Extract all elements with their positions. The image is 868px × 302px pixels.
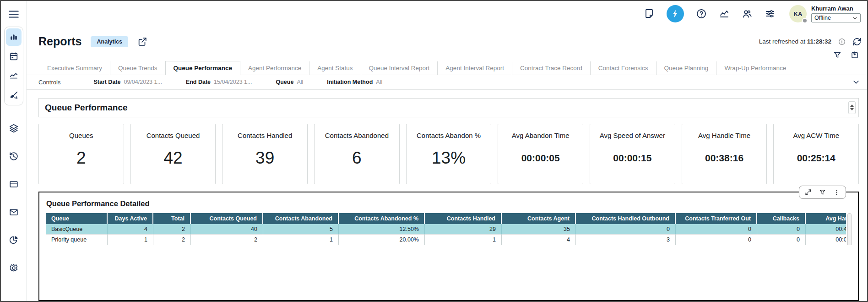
table-header-row: Queue Days Active Total Contacts Queued … bbox=[46, 213, 846, 224]
tab-queue-planning[interactable]: Queue Planning bbox=[656, 61, 716, 75]
col-contacts-handled[interactable]: Contacts Handled bbox=[425, 213, 502, 224]
tab-contact-forensics[interactable]: Contact Forensics bbox=[590, 61, 656, 75]
metric-card-avg-abandon-time: Avg Abandon Time 00:00:05 bbox=[498, 124, 583, 184]
sidebar-item-settings[interactable] bbox=[6, 263, 22, 274]
menu-icon[interactable] bbox=[8, 8, 20, 20]
control-initiation-method[interactable]: Initiation Method All bbox=[327, 79, 382, 85]
metric-card-avg-handle-time: Avg Handle Time 00:38:16 bbox=[682, 124, 767, 184]
user-meta: Khurram Awan Offline bbox=[811, 5, 861, 22]
sidebar-item-window[interactable] bbox=[6, 179, 22, 190]
tab-queue-interval-report[interactable]: Queue Interval Report bbox=[361, 61, 438, 75]
user-block: KA Khurram Awan Offline bbox=[789, 5, 861, 22]
section-title: Queue Performance bbox=[45, 103, 128, 113]
controls-collapse-chevron-icon[interactable] bbox=[852, 78, 860, 86]
tab-queue-trends[interactable]: Queue Trends bbox=[110, 61, 165, 75]
col-contacts-abandoned[interactable]: Contacts Abandoned bbox=[263, 213, 339, 224]
metric-label: Contacts Abandon % bbox=[417, 132, 481, 139]
table-scrollbar[interactable] bbox=[847, 213, 852, 245]
avatar-initials: KA bbox=[794, 11, 803, 17]
control-end-date[interactable]: End Date 15/04/2023 1... bbox=[186, 79, 252, 85]
section-spinner[interactable] bbox=[848, 101, 856, 114]
help-button[interactable] bbox=[696, 8, 707, 19]
cell: 0 bbox=[676, 224, 757, 235]
col-contacts-abandoned-pct[interactable]: Contacts Abandoned % bbox=[339, 213, 425, 224]
table-row-basicqueue[interactable]: BasicQueue 4 2 40 5 12.50% 29 35 0 0 bbox=[46, 224, 846, 235]
cell: BasicQueue bbox=[46, 224, 108, 235]
sidebar-item-metrics[interactable] bbox=[6, 67, 22, 84]
chevron-down-icon bbox=[852, 16, 857, 21]
cell: 35 bbox=[502, 224, 576, 235]
col-contacts-agent[interactable]: Contacts Agent bbox=[502, 213, 576, 224]
history-icon bbox=[9, 151, 19, 161]
metric-card-contacts-handled: Contacts Handled 39 bbox=[222, 124, 308, 184]
sidebar-item-history[interactable] bbox=[6, 151, 22, 162]
control-queue[interactable]: Queue All bbox=[276, 79, 303, 85]
preferences-button[interactable] bbox=[765, 8, 776, 19]
refresh-icon[interactable] bbox=[852, 37, 862, 46]
col-total[interactable]: Total bbox=[153, 213, 191, 224]
col-queue[interactable]: Queue bbox=[46, 213, 108, 224]
layers-icon bbox=[9, 123, 19, 133]
status-select[interactable]: Offline bbox=[811, 13, 861, 22]
mail-icon bbox=[9, 207, 19, 217]
metric-cards: Queues 2 Contacts Queued 42 Contacts Han… bbox=[38, 124, 859, 184]
tab-contract-trace-record[interactable]: Contract Trace Record bbox=[512, 61, 590, 75]
col-contacts-transferred-out[interactable]: Contacts Tranferred Out bbox=[676, 213, 757, 224]
cell: 00:01:1 bbox=[806, 235, 846, 245]
gear-icon bbox=[9, 263, 19, 273]
metric-value: 2 bbox=[76, 139, 86, 177]
cell: 0 bbox=[757, 224, 806, 235]
download-icon[interactable] bbox=[851, 51, 859, 59]
analytics-badge: Analytics bbox=[91, 36, 128, 47]
brush-icon bbox=[9, 90, 19, 100]
tab-agent-interval-report[interactable]: Agent Interval Report bbox=[437, 61, 512, 75]
avatar[interactable]: KA bbox=[789, 5, 807, 22]
sidebar-item-pie[interactable] bbox=[6, 235, 22, 246]
line-chart-icon bbox=[9, 71, 19, 81]
col-days-active[interactable]: Days Active bbox=[108, 213, 153, 224]
tab-wrap-up-performance[interactable]: Wrap-Up Performance bbox=[716, 61, 794, 75]
sidebar-item-mail[interactable] bbox=[6, 207, 22, 218]
users-icon bbox=[742, 8, 753, 19]
metric-value: 00:25:14 bbox=[797, 139, 835, 177]
tab-queue-performance[interactable]: Queue Performance bbox=[165, 61, 240, 75]
status-value: Offline bbox=[814, 15, 831, 21]
sidebar-item-calendar[interactable] bbox=[6, 48, 22, 65]
col-contacts-queued[interactable]: Contacts Queued bbox=[191, 213, 263, 224]
tab-agent-performance[interactable]: Agent Performance bbox=[240, 61, 309, 75]
sidebar-item-reports[interactable] bbox=[6, 28, 22, 46]
metrics-icon bbox=[719, 8, 730, 19]
tab-agent-status[interactable]: Agent Status bbox=[309, 61, 360, 75]
main-area: KA Khurram Awan Offline Reports Analytic… bbox=[27, 1, 867, 301]
control-start-date[interactable]: Start Date 09/04/2023 1... bbox=[93, 79, 162, 85]
last-refreshed: Last refreshed at 11:28:32 bbox=[759, 38, 831, 45]
help-icon bbox=[696, 8, 707, 19]
last-refreshed-time: 11:28:32 bbox=[807, 38, 831, 45]
table-wrap: Queue Days Active Total Contacts Queued … bbox=[46, 213, 852, 245]
queue-performance-detailed-widget: Queue Performance Detailed Queue Days Ac… bbox=[38, 192, 859, 301]
metric-label: Contacts Abandoned bbox=[325, 132, 389, 139]
sidebar-item-design[interactable] bbox=[6, 86, 22, 104]
section-heading: Queue Performance bbox=[38, 98, 859, 117]
metric-label: Avg Speed of Answer bbox=[600, 132, 665, 139]
notes-button[interactable] bbox=[644, 8, 655, 19]
users-button[interactable] bbox=[742, 8, 753, 19]
col-callbacks[interactable]: Callbacks bbox=[757, 213, 806, 224]
filter-funnel-icon[interactable] bbox=[833, 51, 841, 59]
col-avg-handle[interactable]: Avg Handl. bbox=[806, 213, 846, 224]
tab-executive-summary[interactable]: Executive Summary bbox=[39, 61, 110, 75]
sidebar-item-layers[interactable] bbox=[6, 123, 22, 134]
queue-performance-table: Queue Days Active Total Contacts Queued … bbox=[46, 213, 846, 245]
col-contacts-handled-outbound[interactable]: Contacts Handled Outbound bbox=[576, 213, 676, 224]
last-refreshed-label: Last refreshed at bbox=[759, 38, 805, 45]
cell: 40 bbox=[191, 224, 263, 235]
status-dot bbox=[802, 18, 808, 23]
external-link-icon[interactable] bbox=[137, 37, 147, 47]
expand-icon[interactable] bbox=[805, 189, 812, 196]
tasks-button[interactable] bbox=[667, 5, 684, 22]
table-row-priority-queue[interactable]: Priority queue 1 2 2 1 20.00% 1 4 3 0 bbox=[46, 235, 846, 245]
filter-funnel-icon[interactable] bbox=[819, 189, 826, 196]
info-icon[interactable] bbox=[838, 38, 846, 46]
analytics-button[interactable] bbox=[719, 8, 730, 19]
kebab-menu-icon[interactable] bbox=[833, 189, 840, 196]
